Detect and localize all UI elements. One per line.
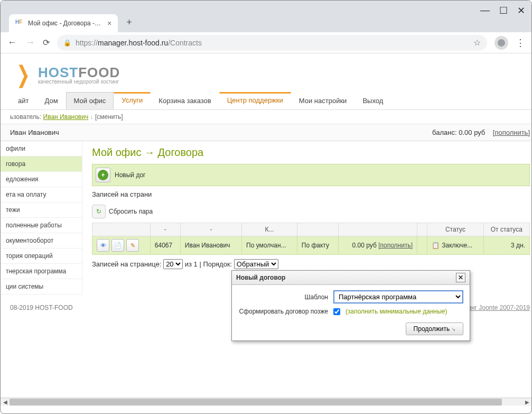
forward-button[interactable]: → [25, 37, 35, 48]
balance-value: 0.00 руб [459, 128, 485, 136]
subheader: Иван Иванович баланс: 0.00 руб [пополнит… [1, 124, 531, 141]
nav-exit[interactable]: Выход [354, 92, 391, 109]
top-nav: айт Дом Мой офис Услуги Корзина заказов … [1, 92, 531, 110]
horizontal-scrollbar[interactable]: ◀ ▶ [1, 398, 531, 406]
edit-icon[interactable]: ✎ [126, 239, 139, 252]
th-3[interactable]: К... [242, 223, 297, 236]
per-page-select[interactable]: 20 [163, 259, 183, 269]
browser-tab[interactable]: HF Мой офис - Договора - mana… × [9, 14, 118, 32]
later-label: Сформировать договор позже [238, 308, 328, 315]
client-name: Иван Иванович [10, 128, 59, 136]
action-bar: + Новый дог [92, 164, 530, 186]
url-input[interactable]: 🔒 https://manager.host-food.ru/Contracts… [57, 35, 487, 51]
nav-office[interactable]: Мой офис [66, 92, 114, 109]
th-6[interactable] [417, 223, 427, 236]
continue-button[interactable]: Продолжить [406, 323, 463, 335]
logo-tagline: качественный недорогой хостинг [38, 79, 120, 85]
sidebar-item-profiles[interactable]: офили [1, 141, 82, 157]
scroll-right-icon[interactable]: ▶ [522, 398, 531, 406]
th-1[interactable]: - [150, 223, 180, 236]
sidebar-item-invoices[interactable]: ета на оплату [1, 187, 82, 203]
scroll-left-icon[interactable]: ◀ [1, 398, 10, 406]
template-select[interactable]: Партнёрская программа [333, 290, 463, 303]
nav-site[interactable]: айт [10, 92, 36, 109]
row-topup-link[interactable]: [пополнить] [378, 242, 413, 249]
breadcrumb: Мой офис → Договора [92, 146, 530, 159]
sidebar-item-docs[interactable]: окументооборот [1, 233, 82, 249]
add-button[interactable]: + [96, 168, 110, 182]
change-user[interactable]: [сменить] [95, 113, 123, 121]
dialog-close-button[interactable]: ✕ [456, 273, 465, 282]
template-label: Шаблон [238, 293, 328, 301]
close-window-icon[interactable]: ✕ [517, 5, 525, 16]
nav-settings[interactable]: Мои настройки [291, 92, 355, 109]
sidebar-item-offers[interactable]: едложения [1, 172, 82, 187]
sidebar-item-history[interactable]: тория операций [1, 249, 82, 264]
view-icon[interactable]: 👁 [97, 239, 109, 252]
sidebar-item-payments[interactable]: тежи [1, 203, 82, 218]
sidebar-item-system[interactable]: ции системы [1, 279, 82, 295]
new-contract-dialog: Новый договор ✕ Шаблон Партнёрская прогр… [231, 270, 470, 341]
reset-label: Сбросить пара [109, 208, 153, 215]
later-checkbox[interactable] [333, 308, 340, 315]
url-text: https://manager.host-food.ru/Contracts [76, 39, 202, 47]
add-label: Новый дог [115, 171, 145, 179]
cell-c1: По умолчан... [242, 236, 297, 255]
user-line: ьзователь: Иван Иванович ↓ [сменить] [1, 110, 531, 124]
th-4[interactable] [297, 223, 338, 236]
cell-num: 64067 [150, 236, 180, 255]
later-hint: (заполнить минимальные данные) [346, 308, 447, 315]
tab-title: Мой офис - Договора - mana… [28, 20, 102, 27]
th-status[interactable]: Статус [427, 223, 483, 236]
profile-avatar[interactable] [494, 36, 508, 50]
th-since[interactable]: От статуса [483, 223, 529, 236]
user-link[interactable]: Иван Иванович [43, 113, 89, 121]
scroll-thumb[interactable] [10, 399, 502, 406]
th-2[interactable]: - [180, 223, 241, 236]
nav-support[interactable]: Центр поддержки [219, 92, 291, 109]
topup-link[interactable]: [пополнить] [493, 128, 530, 136]
plus-icon: + [98, 170, 108, 180]
tab-close-icon[interactable]: × [107, 19, 111, 27]
address-bar: ← → ⟳ 🔒 https://manager.host-food.ru/Con… [1, 32, 531, 53]
reset-params-button[interactable]: ↻ [92, 205, 106, 218]
nav-services[interactable]: Услуги [114, 92, 151, 109]
nav-home[interactable]: Дом [36, 92, 66, 109]
contracts-table: - - К... Статус От статуса [92, 223, 530, 255]
back-button[interactable]: ← [7, 37, 17, 48]
menu-dots-icon[interactable]: ⋮ [516, 37, 525, 49]
records-line: Записей на страни [92, 186, 530, 203]
nav-cart[interactable]: Корзина заказов [151, 92, 219, 109]
pdf-icon[interactable]: 📄 [111, 239, 124, 252]
sidebar-item-works[interactable]: полненные работы [1, 218, 82, 233]
cell-name: Иван Иванович [180, 236, 241, 255]
dialog-title: Новый договор [236, 274, 285, 281]
cell-amount: 0.00 руб [пополнить] [339, 236, 417, 255]
reload-button[interactable]: ⟳ [43, 38, 50, 48]
logo[interactable]: ❯ HOSTFOOD качественный недорогой хостин… [1, 53, 531, 92]
lock-icon: 🔒 [63, 39, 71, 47]
minimize-icon[interactable]: — [480, 5, 490, 16]
cell-c2: По факту [297, 236, 338, 255]
logo-icon: ❯ [16, 61, 30, 88]
cell-days: 3 дн. [483, 236, 529, 255]
chevron-down-icon: ↓ [90, 113, 95, 121]
table-row[interactable]: 👁 📄 ✎ 64067 Иван Иванович По умолчан... … [92, 236, 530, 255]
bookmark-icon[interactable]: ☆ [473, 38, 481, 48]
sidebar-item-contracts[interactable]: говора [1, 157, 82, 172]
sidebar-item-partner[interactable]: тнерская программа [1, 264, 82, 279]
browser-titlebar: HF Мой офис - Договора - mana… × + — ☐ ✕ [1, 1, 531, 32]
th-actions [92, 223, 151, 236]
maximize-icon[interactable]: ☐ [499, 5, 508, 16]
order-select[interactable]: Обратный [234, 259, 278, 269]
sidebar: офили говора едложения ета на оплату теж… [1, 141, 82, 295]
favicon: HF [15, 19, 24, 27]
cell-status: Заключе... [427, 236, 483, 255]
th-5[interactable] [339, 223, 417, 236]
copyright: 08-2019 HOST-FOOD [10, 304, 73, 311]
new-tab-button[interactable]: + [126, 17, 132, 28]
